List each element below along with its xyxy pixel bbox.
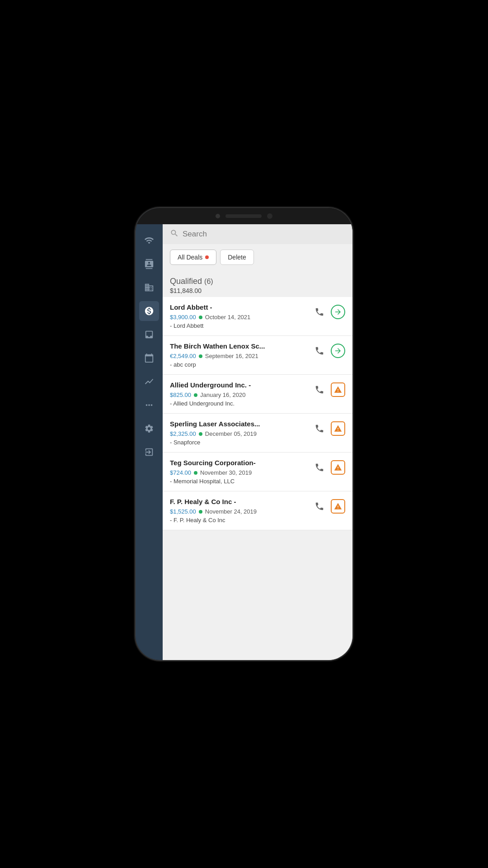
- deal-status-dot: [199, 432, 202, 436]
- tab-delete-label: Delete: [228, 254, 246, 261]
- sidebar-item-deals[interactable]: [139, 301, 159, 321]
- sidebar-item-companies[interactable]: [139, 278, 159, 297]
- deal-name: The Birch Wathen Lenox Sc...: [170, 342, 312, 350]
- sidebar-item-reports[interactable]: [139, 372, 159, 392]
- search-input[interactable]: [183, 230, 345, 239]
- deal-amount: $3,900.00: [170, 314, 196, 321]
- deal-date: November 30, 2019: [200, 469, 252, 476]
- phone-button[interactable]: [312, 382, 327, 397]
- deal-status-dot: [194, 471, 197, 475]
- section-title: Qualified (6): [170, 277, 345, 286]
- warning-button[interactable]: [331, 460, 345, 475]
- deal-company: - Memorial Hospital, LLC: [170, 478, 312, 485]
- deal-meta: $825.00 January 16, 2020: [170, 392, 312, 398]
- deal-card[interactable]: Teg Sourcing Corporation- $724.00 Novemb…: [163, 453, 352, 491]
- deal-status-dot: [199, 354, 202, 358]
- deal-date: January 16, 2020: [200, 392, 245, 398]
- deal-actions: [312, 459, 345, 475]
- camera-front: [267, 213, 272, 219]
- deal-info: The Birch Wathen Lenox Sc... €2,549.00 S…: [170, 342, 312, 368]
- tab-all-deals[interactable]: All Deals: [170, 250, 216, 265]
- sidebar-item-more[interactable]: [139, 395, 159, 415]
- deal-info: Sperling Laser Associates... $2,325.00 D…: [170, 420, 312, 446]
- phone-top-bar: [136, 208, 352, 224]
- phone-button[interactable]: [312, 499, 327, 514]
- deal-amount: $724.00: [170, 469, 191, 476]
- deal-status-dot: [194, 393, 197, 397]
- section-count: (6): [204, 278, 213, 285]
- deal-date: September 16, 2021: [205, 353, 258, 359]
- deal-name: Allied Underground Inc. -: [170, 381, 312, 389]
- main-content: All Deals Delete Qualified (6) $11,848.0…: [163, 224, 352, 660]
- deal-meta: $724.00 November 30, 2019: [170, 469, 312, 476]
- sidebar-item-signal[interactable]: [139, 231, 159, 250]
- phone-button[interactable]: [312, 421, 327, 436]
- deal-card[interactable]: Allied Underground Inc. - $825.00 Januar…: [163, 375, 352, 414]
- deal-amount: $2,325.00: [170, 430, 196, 437]
- deal-meta: $2,325.00 December 05, 2019: [170, 430, 312, 437]
- deal-amount: €2,549.00: [170, 353, 196, 359]
- deal-name: Lord Abbett -: [170, 303, 312, 311]
- deals-content: Qualified (6) $11,848.00 Lord Abbett - $…: [163, 270, 352, 660]
- deal-meta: $3,900.00 October 14, 2021: [170, 314, 312, 321]
- deal-actions: [312, 420, 345, 436]
- deal-info: Allied Underground Inc. - $825.00 Januar…: [170, 381, 312, 407]
- deal-status-dot: [199, 316, 202, 319]
- deal-card[interactable]: Lord Abbett - $3,900.00 October 14, 2021…: [163, 297, 352, 336]
- deal-actions: [312, 381, 345, 397]
- tabs-row: All Deals Delete: [163, 244, 352, 270]
- deal-amount: $825.00: [170, 392, 191, 398]
- deal-company: - Allied Underground Inc.: [170, 400, 312, 407]
- deal-date: October 14, 2021: [205, 314, 250, 321]
- phone-button[interactable]: [312, 460, 327, 475]
- warning-button[interactable]: [331, 499, 345, 514]
- deal-meta: €2,549.00 September 16, 2021: [170, 353, 312, 359]
- tab-all-deals-label: All Deals: [178, 254, 202, 261]
- sidebar-item-logout[interactable]: [139, 442, 159, 462]
- deal-info: Lord Abbett - $3,900.00 October 14, 2021…: [170, 303, 312, 329]
- deal-card[interactable]: Sperling Laser Associates... $2,325.00 D…: [163, 414, 352, 453]
- phone-button[interactable]: [312, 304, 327, 320]
- deal-company: - Lord Abbett: [170, 322, 312, 329]
- tab-notification-dot: [205, 255, 209, 259]
- search-bar: [163, 224, 352, 244]
- section-header: Qualified (6) $11,848.00: [163, 270, 352, 297]
- deal-name: Teg Sourcing Corporation-: [170, 459, 312, 467]
- speaker-grille: [225, 214, 262, 218]
- sidebar: [136, 208, 163, 660]
- deal-actions: [312, 342, 345, 359]
- deal-company: - Snapforce: [170, 439, 312, 446]
- navigate-button[interactable]: [331, 344, 345, 358]
- sidebar-item-inbox[interactable]: [139, 325, 159, 344]
- deal-company: - abc corp: [170, 361, 312, 368]
- phone-button[interactable]: [312, 343, 327, 359]
- camera-dot: [216, 214, 220, 218]
- section-amount: $11,848.00: [170, 287, 345, 294]
- deal-card[interactable]: F. P. Healy & Co Inc - $1,525.00 Novembe…: [163, 491, 352, 530]
- deal-status-dot: [199, 510, 202, 514]
- deal-name: F. P. Healy & Co Inc -: [170, 498, 312, 505]
- search-icon: [170, 229, 179, 240]
- deal-actions: [312, 303, 345, 320]
- warning-button[interactable]: [331, 382, 345, 397]
- deal-info: Teg Sourcing Corporation- $724.00 Novemb…: [170, 459, 312, 485]
- sidebar-item-settings[interactable]: [139, 419, 159, 439]
- deal-company: - F. P. Healy & Co Inc: [170, 517, 312, 524]
- deal-info: F. P. Healy & Co Inc - $1,525.00 Novembe…: [170, 498, 312, 524]
- warning-button[interactable]: [331, 421, 345, 436]
- deal-card[interactable]: The Birch Wathen Lenox Sc... €2,549.00 S…: [163, 336, 352, 375]
- deal-name: Sperling Laser Associates...: [170, 420, 312, 428]
- deal-date: November 24, 2019: [205, 508, 257, 515]
- deal-date: December 05, 2019: [205, 430, 257, 437]
- sidebar-item-contacts[interactable]: [139, 254, 159, 274]
- tab-delete[interactable]: Delete: [220, 250, 253, 265]
- sidebar-item-calendar[interactable]: [139, 348, 159, 368]
- deal-meta: $1,525.00 November 24, 2019: [170, 508, 312, 515]
- navigate-button[interactable]: [331, 305, 345, 319]
- section-title-text: Qualified: [170, 277, 202, 286]
- deal-actions: [312, 498, 345, 514]
- deal-amount: $1,525.00: [170, 508, 196, 515]
